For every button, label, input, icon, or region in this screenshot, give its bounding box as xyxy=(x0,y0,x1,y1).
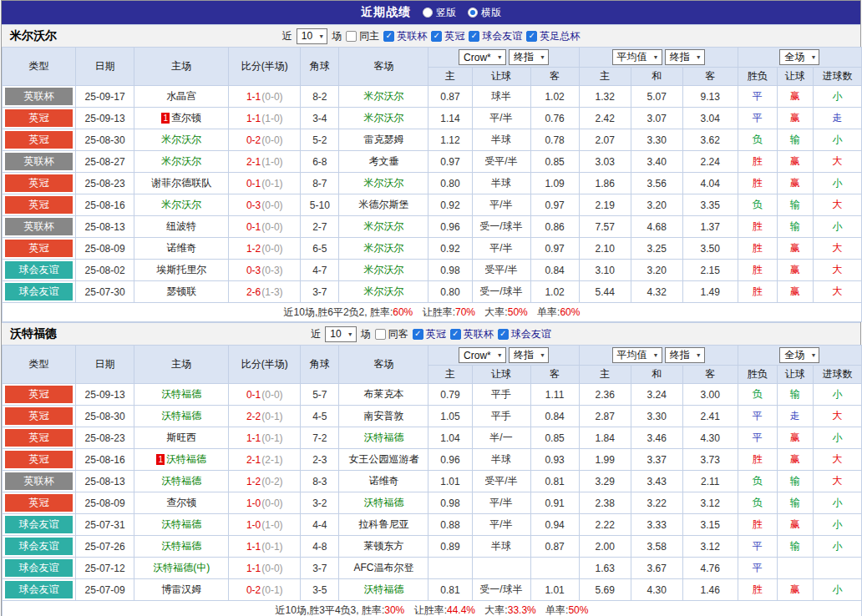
checkbox-icon[interactable] xyxy=(526,31,537,42)
home-team-link[interactable]: 纽波特 xyxy=(166,220,196,232)
home-team-link[interactable]: 米尔沃尔 xyxy=(161,199,201,210)
away-team-link[interactable]: 沃特福德 xyxy=(363,432,403,443)
score-cell[interactable]: 0-1(0-1) xyxy=(229,173,301,194)
recent-count-select[interactable]: 10▼ xyxy=(297,28,327,44)
score-cell[interactable]: 0-2(0-1) xyxy=(229,579,301,601)
score-cell[interactable]: 2-2(0-1) xyxy=(229,406,301,427)
home-team-link[interactable]: 瑟顿联 xyxy=(166,285,196,297)
fulltime-score[interactable]: 1-1 xyxy=(246,91,261,103)
league-filter-checkbox[interactable]: 英足总杯 xyxy=(526,29,580,43)
league-filter-checkbox[interactable]: 英冠 xyxy=(413,327,446,341)
score-cell[interactable]: 1-1(0-1) xyxy=(229,427,301,449)
asia-stage-select[interactable]: 终指▼ xyxy=(509,347,549,363)
home-team-link[interactable]: 查尔顿 xyxy=(171,112,201,124)
away-team-link[interactable]: 南安普敦 xyxy=(363,410,403,422)
away-team-link[interactable]: 米尔沃尔 xyxy=(363,242,403,254)
away-team-link[interactable]: 拉科鲁尼亚 xyxy=(358,518,408,530)
fulltime-score[interactable]: 0-1 xyxy=(246,221,261,233)
away-team-link[interactable]: 米德尔斯堡 xyxy=(358,199,408,210)
fulltime-score[interactable]: 2-6 xyxy=(246,286,261,298)
asia-company-select[interactable]: Crow*▼ xyxy=(459,347,506,363)
asia-stage-select[interactable]: 终指▼ xyxy=(509,49,549,65)
home-team-link[interactable]: 沃特福德 xyxy=(166,453,206,465)
checkbox-icon[interactable] xyxy=(346,31,357,42)
fulltime-score[interactable]: 1-0 xyxy=(246,497,261,509)
fulltime-score[interactable]: 0-2 xyxy=(246,584,261,596)
league-filter-checkbox[interactable]: 英联杯 xyxy=(450,327,494,341)
checkbox-icon[interactable] xyxy=(413,329,423,340)
score-cell[interactable]: 1-2(0-2) xyxy=(229,471,301,492)
home-team-link[interactable]: 水晶宫 xyxy=(166,90,196,102)
fulltime-score[interactable]: 2-1 xyxy=(246,156,261,168)
away-team-link[interactable]: 米尔沃尔 xyxy=(363,90,403,102)
league-filter-checkbox[interactable]: 球会友谊 xyxy=(469,29,522,43)
home-team-link[interactable]: 沃特福德 xyxy=(161,410,201,422)
home-team-link[interactable]: 米尔沃尔 xyxy=(161,155,201,167)
home-team-link[interactable]: 沃特福德 xyxy=(161,518,201,530)
score-cell[interactable]: 1-1(0-1) xyxy=(229,536,301,558)
score-cell[interactable]: 1-0(0-0) xyxy=(229,492,301,514)
score-cell[interactable]: 1-0(1-0) xyxy=(229,514,301,536)
fulltime-score[interactable]: 1-1 xyxy=(246,432,261,444)
checkbox-icon[interactable] xyxy=(431,31,442,42)
away-team-link[interactable]: 诺维奇 xyxy=(368,475,398,487)
away-team-link[interactable]: 莱顿东方 xyxy=(363,540,403,552)
home-team-link[interactable]: 米尔沃尔 xyxy=(161,134,201,145)
away-team-link[interactable]: AFC温布尔登 xyxy=(353,562,413,573)
score-cell[interactable]: 0-1(0-0) xyxy=(229,216,301,238)
same-venue-checkbox[interactable]: 同客 xyxy=(375,327,408,341)
away-team-link[interactable]: 米尔沃尔 xyxy=(363,177,403,189)
away-team-link[interactable]: 米尔沃尔 xyxy=(363,285,403,297)
fulltime-score[interactable]: 1-1 xyxy=(246,541,261,553)
fulltime-score[interactable]: 2-1 xyxy=(246,454,261,466)
home-team-link[interactable]: 查尔顿 xyxy=(166,497,196,508)
league-filter-checkbox[interactable]: 球会友谊 xyxy=(498,327,551,341)
away-team-link[interactable]: 布莱克本 xyxy=(363,388,403,400)
radio-icon[interactable] xyxy=(468,8,478,18)
score-cell[interactable]: 1-2(0-0) xyxy=(229,238,301,260)
home-team-link[interactable]: 斯旺西 xyxy=(166,432,196,443)
fulltime-score[interactable]: 0-2 xyxy=(246,134,261,146)
away-team-link[interactable]: 女王公园巡游者 xyxy=(348,453,418,465)
score-cell[interactable]: 1-1(1-0) xyxy=(229,108,301,129)
score-cell[interactable]: 0-2(0-0) xyxy=(229,129,301,151)
fulltime-score[interactable]: 1-2 xyxy=(246,476,261,487)
checkbox-icon[interactable] xyxy=(498,329,509,340)
fulltime-score[interactable]: 0-1 xyxy=(246,178,261,189)
home-team-link[interactable]: 沃特福德(中) xyxy=(153,562,210,573)
checkbox-icon[interactable] xyxy=(375,329,386,340)
away-team-link[interactable]: 沃特福德 xyxy=(363,497,403,508)
same-venue-checkbox[interactable]: 同主 xyxy=(346,29,379,43)
euro-stage-select[interactable]: 终指▼ xyxy=(665,49,705,65)
checkbox-icon[interactable] xyxy=(383,31,394,42)
fulltime-score[interactable]: 0-3 xyxy=(246,265,261,276)
checkbox-icon[interactable] xyxy=(469,31,479,42)
scope-select[interactable]: 全场▼ xyxy=(779,49,819,65)
score-cell[interactable]: 1-1(0-0) xyxy=(229,558,301,579)
layout-option-horizontal[interactable]: 横版 xyxy=(468,6,501,20)
layout-option-vertical[interactable]: 竖版 xyxy=(423,6,456,20)
away-team-link[interactable]: 米尔沃尔 xyxy=(363,264,403,275)
asia-company-select[interactable]: Crow*▼ xyxy=(459,49,506,65)
scope-select[interactable]: 全场▼ xyxy=(779,347,819,363)
league-filter-checkbox[interactable]: 英联杯 xyxy=(383,29,427,43)
score-cell[interactable]: 2-1(1-0) xyxy=(229,151,301,173)
league-filter-checkbox[interactable]: 英冠 xyxy=(431,29,464,43)
home-team-link[interactable]: 沃特福德 xyxy=(161,388,201,400)
fulltime-score[interactable]: 0-1 xyxy=(246,389,261,401)
score-cell[interactable]: 0-3(0-3) xyxy=(229,260,301,281)
euro-company-select[interactable]: 平均值▼ xyxy=(612,49,662,65)
fulltime-score[interactable]: 1-0 xyxy=(246,519,261,531)
home-team-link[interactable]: 沃特福德 xyxy=(161,540,201,552)
home-team-link[interactable]: 埃斯托里尔 xyxy=(156,264,206,275)
away-team-link[interactable]: 考文垂 xyxy=(368,155,398,167)
fulltime-score[interactable]: 1-1 xyxy=(246,563,261,574)
score-cell[interactable]: 1-1(0-0) xyxy=(229,86,301,108)
score-cell[interactable]: 2-1(2-1) xyxy=(229,449,301,471)
away-team-link[interactable]: 米尔沃尔 xyxy=(363,112,403,124)
home-team-link[interactable]: 诺维奇 xyxy=(166,242,196,254)
fulltime-score[interactable]: 1-2 xyxy=(246,243,261,255)
checkbox-icon[interactable] xyxy=(450,329,461,340)
away-team-link[interactable]: 沃特福德 xyxy=(363,583,403,595)
recent-count-select[interactable]: 10▼ xyxy=(325,326,356,342)
